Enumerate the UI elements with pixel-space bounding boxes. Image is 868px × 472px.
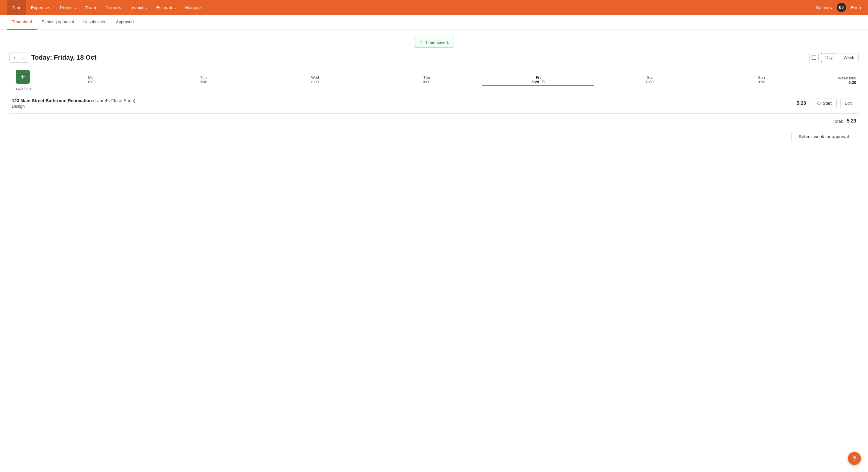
day-sat: Sat 0:00 — [594, 74, 706, 86]
nav-team[interactable]: Team — [81, 0, 101, 15]
checkmark-icon: ✓ — [419, 39, 423, 45]
day-hours-thu: 0:00 — [423, 80, 430, 84]
entry-actions: 5:20 ⏱ Start Edit — [797, 99, 856, 108]
day-hours-mon: 0:00 — [88, 80, 95, 84]
day-hours-wed: 0:00 — [311, 80, 319, 84]
day-wed: Wed 0:00 — [259, 74, 371, 86]
nav-projects[interactable]: Projects — [55, 0, 81, 15]
total-row: Total: 5:20 — [9, 114, 859, 128]
entry-project-client: 123 Main Street Bathroom Renovation (Lau… — [12, 98, 797, 103]
track-time-label: Track time — [14, 86, 32, 91]
week-total-value: 5:20 — [848, 80, 856, 85]
current-date-title: Today: Friday, 18 Oct — [31, 54, 96, 61]
day-name-fri: Fri — [536, 75, 541, 80]
time-entries-list: 123 Main Street Bathroom Renovation (Lau… — [9, 93, 859, 114]
day-name-tue: Tue — [200, 75, 207, 80]
svg-rect-0 — [812, 56, 816, 60]
settings-link[interactable]: Settings — [816, 5, 832, 10]
main-content: ✓ Timer saved. ‹ › Today: Friday, 18 Oct… — [0, 30, 868, 472]
week-total-column: Week total 5:20 — [817, 76, 859, 85]
tab-timesheet[interactable]: Timesheet — [7, 15, 37, 30]
day-name-thu: Thu — [423, 75, 430, 80]
day-name-mon: Mon — [88, 75, 95, 80]
date-nav-arrows: ‹ › — [9, 53, 29, 63]
tab-pending-approval[interactable]: Pending approval — [37, 15, 79, 30]
prev-week-button[interactable]: ‹ — [10, 53, 19, 62]
day-hours-sun: 0:00 — [757, 80, 765, 84]
calendar-icon-button[interactable] — [809, 53, 819, 62]
day-name-wed: Wed — [311, 75, 319, 80]
table-row: 123 Main Street Bathroom Renovation (Lau… — [9, 93, 859, 114]
day-mon: Mon 0:00 — [36, 74, 148, 86]
entry-info: 123 Main Street Bathroom Renovation (Lau… — [12, 98, 797, 109]
toast-container: ✓ Timer saved. — [9, 37, 859, 48]
nav-links: Time Expenses Projects Team Reports Invo… — [7, 0, 816, 15]
days-container: Mon 0:00 Tue 0:00 Wed 0:00 Thu 0:00 Fri … — [36, 74, 817, 86]
nav-reports[interactable]: Reports — [101, 0, 126, 15]
entry-client-parens: (Laurel's Floral Shop) — [93, 98, 135, 103]
user-name[interactable]: Erica — [851, 5, 861, 10]
day-hours-sat: 0:00 — [646, 80, 654, 84]
sub-navigation: Timesheet Pending approval Unsubmitted A… — [0, 15, 868, 30]
start-label: Start — [823, 101, 832, 106]
day-fri: Fri 5:20 ⏱ — [482, 74, 594, 86]
nav-expenses[interactable]: Expenses — [26, 0, 55, 15]
day-view-button[interactable]: Day — [821, 53, 837, 62]
nav-invoices[interactable]: Invoices — [126, 0, 152, 15]
total-value: 5:20 — [847, 119, 856, 124]
day-hours-fri: 5:20 ⏱ — [532, 80, 545, 84]
start-timer-button[interactable]: ⏱ Start — [812, 99, 837, 108]
date-header: ‹ › Today: Friday, 18 Oct Day Week — [9, 53, 859, 63]
track-time-cell: + Track time — [9, 70, 36, 91]
nav-time[interactable]: Time — [7, 0, 26, 15]
help-fab-button[interactable]: ? — [848, 452, 861, 465]
date-navigation: ‹ › Today: Friday, 18 Oct — [9, 53, 96, 63]
toast-message: Timer saved. — [425, 40, 449, 45]
next-week-button[interactable]: › — [19, 53, 29, 62]
entry-hours: 5:20 — [797, 101, 806, 106]
timer-saved-toast: ✓ Timer saved. — [414, 37, 454, 48]
day-thu: Thu 0:00 — [371, 74, 483, 86]
edit-entry-button[interactable]: Edit — [840, 99, 856, 108]
total-label: Total: — [833, 119, 843, 124]
week-view-button[interactable]: Week — [839, 53, 859, 62]
clock-icon: ⏱ — [541, 80, 545, 84]
week-total-label: Week total — [838, 76, 856, 80]
avatar[interactable]: ES — [837, 3, 846, 12]
day-sun: Sun 0:00 — [706, 74, 817, 86]
nav-manage[interactable]: Manage — [181, 0, 206, 15]
tab-approved[interactable]: Approved — [111, 15, 138, 30]
day-name-sat: Sat — [647, 75, 653, 80]
day-name-sun: Sun — [758, 75, 765, 80]
nav-estimates[interactable]: Estimates — [152, 0, 181, 15]
top-navigation: Time Expenses Projects Team Reports Invo… — [0, 0, 868, 15]
entry-task: Design — [12, 104, 797, 109]
submit-week-button[interactable]: Submit week for approval — [792, 131, 856, 142]
add-time-button[interactable]: + — [16, 70, 30, 84]
day-hours-tue: 0:00 — [200, 80, 207, 84]
day-tue: Tue 0:00 — [148, 74, 259, 86]
nav-right: Settings ES Erica — [816, 3, 861, 12]
tab-unsubmitted[interactable]: Unsubmitted — [79, 15, 111, 30]
submit-container: Submit week for approval — [9, 128, 859, 149]
week-grid: + Track time Mon 0:00 Tue 0:00 Wed 0:00 … — [9, 70, 859, 93]
entry-project-name: 123 Main Street Bathroom Renovation — [12, 98, 92, 103]
view-controls: Day Week — [809, 53, 859, 62]
clock-start-icon: ⏱ — [817, 101, 821, 106]
